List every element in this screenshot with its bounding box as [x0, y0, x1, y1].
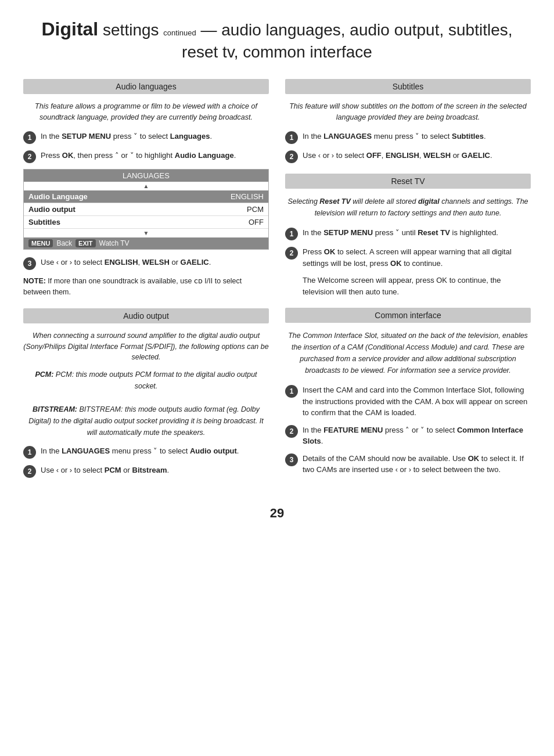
ci-step-text-3: Details of the CAM should now be availab… — [303, 453, 531, 476]
watch-tv-label: Watch TV — [99, 239, 129, 247]
audio-output-step-1: 1 In the LANGUAGES menu press ˅ to selec… — [23, 445, 269, 459]
common-interface-intro: The Common Interface Slot, situated on t… — [285, 330, 531, 376]
lang-row-value-3: OFF — [249, 218, 264, 226]
lang-row-audio-output: Audio output PCM — [24, 203, 268, 216]
sub-step-num-1: 1 — [285, 131, 298, 144]
reset-tv-section: Reset TV Selecting Reset TV will delete … — [285, 174, 531, 297]
rtv-step-num-2: 2 — [285, 247, 298, 260]
lang-row-subtitles: Subtitles OFF — [24, 216, 268, 229]
left-column: Audio languages This feature allows a pr… — [23, 79, 269, 488]
back-label: Back — [56, 239, 72, 247]
lang-arrow-up: ▲ — [24, 182, 268, 190]
ao-step-num-2: 2 — [23, 465, 36, 478]
ci-step-text-2: In the FEATURE MENU press ˄ or ˅ to sele… — [303, 424, 531, 447]
ci-step-num-1: 1 — [285, 385, 298, 398]
subtitles-intro: This feature will show subtitles on the … — [285, 101, 531, 123]
audio-output-modes: PCM: PCM: this mode outputs PCM format t… — [23, 369, 269, 438]
audio-output-section: Audio output When connecting a surround … — [23, 308, 269, 478]
rtv-step-text-1: In the SETUP MENU press ˅ until Reset TV… — [303, 227, 498, 239]
lang-menu-footer: MENU Back EXIT Watch TV — [24, 237, 268, 249]
ci-step-2: 2 In the FEATURE MENU press ˄ or ˅ to se… — [285, 424, 531, 447]
page-number: 29 — [23, 506, 531, 521]
rtv-step-num-1: 1 — [285, 228, 298, 240]
lang-row-label-2: Audio output — [28, 205, 75, 214]
subtitles-section: Subtitles This feature will show subtitl… — [285, 79, 531, 164]
ao-step-text-1: In the LANGUAGES menu press ˅ to select … — [41, 445, 239, 457]
reset-tv-intro: Selecting Reset TV will delete all store… — [285, 196, 531, 219]
rtv-step-text-2: Press OK to select. A screen will appear… — [303, 246, 531, 269]
subtitles-header: Subtitles — [285, 79, 531, 94]
audio-output-step-2: 2 Use ‹ or › to select PCM or Bitstream. — [23, 465, 269, 478]
step-num-3: 3 — [23, 257, 36, 270]
right-column: Subtitles This feature will show subtitl… — [285, 79, 531, 488]
step-text-1: In the SETUP MENU press ˅ to select Lang… — [41, 131, 212, 142]
menu-key: MENU — [28, 239, 53, 247]
audio-output-header: Audio output — [23, 308, 269, 323]
lang-row-label-3: Subtitles — [28, 218, 60, 226]
title-rest: — audio languages, audio output, subtitl… — [182, 21, 512, 61]
ao-step-text-2: Use ‹ or › to select PCM or Bitstream. — [41, 465, 169, 476]
audio-output-intro: When connecting a surround sound amplifi… — [23, 330, 269, 363]
sub-step-num-2: 2 — [285, 150, 298, 163]
audio-languages-section: Audio languages This feature allows a pr… — [23, 79, 269, 298]
ci-step-1: 1 Insert the CAM and card into the Commo… — [285, 384, 531, 419]
sub-step-text-2: Use ‹ or › to select OFF, ENGLISH, WELSH… — [303, 150, 492, 161]
lang-arrow-down: ▼ — [24, 229, 268, 237]
step-text-2: Press OK, then press ˄ or ˅ to highlight… — [41, 150, 236, 161]
common-interface-header: Common interface — [285, 308, 531, 323]
step-num-2: 2 — [23, 150, 36, 163]
pcm-description: PCM: this mode outputs PCM format to the… — [56, 370, 257, 390]
step-num-1: 1 — [23, 131, 36, 144]
ci-step-num-2: 2 — [285, 425, 298, 438]
reset-tv-extra: The Welcome screen will appear, press OK… — [303, 275, 531, 297]
lang-row-value-1: ENGLISH — [231, 192, 264, 201]
step-text-3: Use ‹ or › to select ENGLISH, WELSH or G… — [41, 257, 211, 268]
ci-step-3: 3 Details of the CAM should now be avail… — [285, 453, 531, 476]
ci-step-text-1: Insert the CAM and card into the Common … — [303, 384, 531, 419]
reset-tv-step-2: 2 Press OK to select. A screen will appe… — [285, 246, 531, 269]
audio-languages-step-3: 3 Use ‹ or › to select ENGLISH, WELSH or… — [23, 257, 269, 270]
lang-row-label-1: Audio Language — [28, 192, 88, 201]
title-digital: Digital — [41, 19, 98, 39]
reset-tv-step-1: 1 In the SETUP MENU press ˅ until Reset … — [285, 227, 531, 240]
lang-menu-title: LANGUAGES — [24, 170, 268, 182]
exit-key: EXIT — [75, 239, 95, 247]
title-continued: continued — [163, 28, 196, 37]
audio-languages-step-2: 2 Press OK, then press ˄ or ˅ to highlig… — [23, 150, 269, 163]
audio-languages-intro: This feature allows a programme or film … — [23, 101, 269, 123]
lang-row-audio-language: Audio Language ENGLISH — [24, 190, 268, 203]
common-interface-section: Common interface The Common Interface Sl… — [285, 308, 531, 476]
languages-menu: LANGUAGES ▲ Audio Language ENGLISH Audio… — [23, 169, 269, 250]
subtitles-step-2: 2 Use ‹ or › to select OFF, ENGLISH, WEL… — [285, 150, 531, 163]
audio-languages-step-1: 1 In the SETUP MENU press ˅ to select La… — [23, 131, 269, 144]
lang-row-value-2: PCM — [247, 205, 264, 214]
audio-languages-note: NOTE: If more than one soundtrack is ava… — [23, 276, 269, 298]
sub-step-text-1: In the LANGUAGES menu press ˅ to select … — [303, 131, 486, 142]
ci-step-num-3: 3 — [285, 453, 298, 466]
title-settings: settings — [98, 21, 163, 39]
subtitles-step-1: 1 In the LANGUAGES menu press ˅ to selec… — [285, 131, 531, 144]
ao-step-num-1: 1 — [23, 446, 36, 459]
audio-languages-header: Audio languages — [23, 79, 269, 94]
page-title: Digital settings continued — audio langu… — [23, 17, 531, 63]
reset-tv-header: Reset TV — [285, 174, 531, 189]
